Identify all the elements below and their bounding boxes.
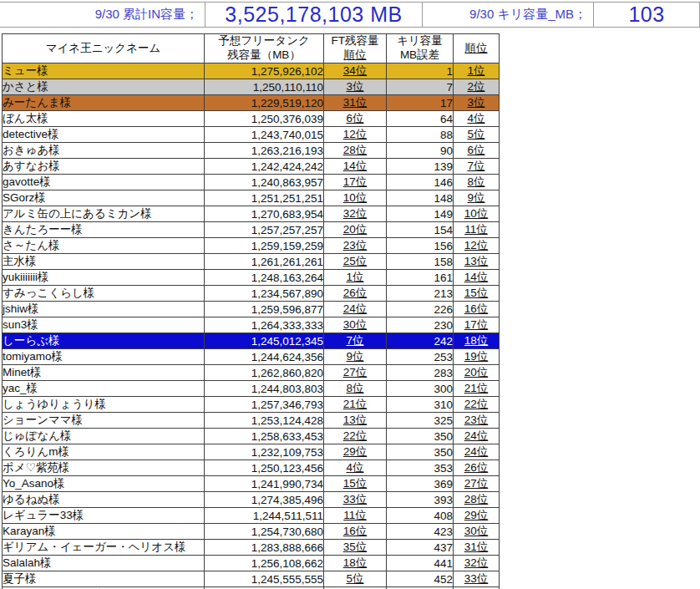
ft-rank-cell[interactable]: 26位 <box>324 286 387 302</box>
ft-rank-cell[interactable]: 28位 <box>324 143 387 159</box>
capacity-cell: 1,243,740,015 <box>205 127 324 143</box>
rank-cell[interactable]: 9位 <box>454 190 500 206</box>
header-ft-rank-line1: FT残容量 <box>332 34 379 47</box>
rank-cell[interactable]: 4位 <box>454 111 500 127</box>
rank-cell[interactable]: 23位 <box>454 413 500 429</box>
error-cell: 325 <box>387 413 454 429</box>
ft-rank-cell[interactable]: 10位 <box>324 190 387 206</box>
rank-cell[interactable]: 27位 <box>454 476 500 492</box>
ft-rank-cell[interactable]: 21位 <box>324 397 387 413</box>
rank-cell[interactable]: 18位 <box>454 333 500 349</box>
rank-cell[interactable]: 10位 <box>454 206 500 222</box>
rank-cell[interactable]: 16位 <box>454 302 500 317</box>
ft-rank-cell[interactable]: 14位 <box>324 159 387 175</box>
rank-cell[interactable]: 28位 <box>454 492 500 508</box>
error-cell: 350 <box>387 444 454 460</box>
table-row: アルミ缶の上にあるミカン様1,270,683,95432位14910位 <box>3 206 500 222</box>
ft-rank-cell[interactable]: 20位 <box>324 222 387 238</box>
rank-cell[interactable]: 24位 <box>454 444 500 460</box>
rank-cell[interactable]: 32位 <box>454 556 500 571</box>
rank-cell[interactable]: 19位 <box>454 349 500 365</box>
summary-bar: 9/30 累計IN容量； 3,525,178,103 MB 9/30 キリ容量_… <box>0 2 700 28</box>
ft-rank-cell[interactable]: 27位 <box>324 365 387 381</box>
ft-rank-cell[interactable]: 12位 <box>324 127 387 143</box>
error-cell: 408 <box>387 508 454 524</box>
ft-rank-cell[interactable]: 16位 <box>324 524 387 540</box>
rank-cell[interactable]: 17位 <box>454 317 500 333</box>
ft-rank-cell[interactable]: 13位 <box>324 413 387 429</box>
rank-cell[interactable]: 13位 <box>454 254 500 270</box>
rank-cell[interactable]: 33位 <box>454 571 500 587</box>
ft-rank-cell[interactable]: 35位 <box>324 540 387 556</box>
ft-rank-cell[interactable]: 25位 <box>324 254 387 270</box>
table-row: しーらぶ様1,245,012,3457位24218位 <box>3 333 500 349</box>
table-row: detective様1,243,740,01512位885位 <box>3 127 500 143</box>
rank-cell[interactable]: 15位 <box>454 286 500 302</box>
ft-rank-cell[interactable]: 33位 <box>324 492 387 508</box>
nickname-cell: しーらぶ様 <box>3 333 205 349</box>
ft-rank-cell[interactable]: 30位 <box>324 317 387 333</box>
table-row: ギリアム・イェーガー・ヘリオス様1,283,888,66635位43731位 <box>3 540 500 556</box>
table-row: Minet様1,262,860,82027位28320位 <box>3 365 500 381</box>
rank-cell[interactable]: 20位 <box>454 365 500 381</box>
rank-cell[interactable]: 7位 <box>454 159 500 175</box>
ft-rank-cell[interactable]: 5位 <box>324 571 387 587</box>
capacity-cell: 1,261,261,261 <box>205 254 324 270</box>
rank-cell[interactable]: 12位 <box>454 238 500 254</box>
rank-cell[interactable]: 29位 <box>454 508 500 524</box>
nickname-cell: Yo_Asano様 <box>3 476 205 492</box>
rank-cell[interactable]: 6位 <box>454 143 500 159</box>
nickname-cell: あすなお様 <box>3 159 205 175</box>
capacity-cell: 1,270,683,954 <box>205 206 324 222</box>
rank-cell[interactable]: 26位 <box>454 460 500 476</box>
table-row: 主水様1,261,261,26125位15813位 <box>3 254 500 270</box>
rank-cell[interactable]: 5位 <box>454 127 500 143</box>
kiri-capacity-label: 9/30 キリ容量_MB； <box>422 3 593 27</box>
table-row: tomiyamo様1,244,624,3569位25319位 <box>3 349 500 365</box>
ft-rank-cell[interactable]: 17位 <box>324 175 387 190</box>
ft-rank-cell[interactable]: 34位 <box>324 63 387 79</box>
rank-cell[interactable]: 31位 <box>454 540 500 556</box>
rank-cell[interactable]: 8位 <box>454 175 500 190</box>
ft-rank-cell[interactable]: 11位 <box>324 508 387 524</box>
ft-rank-cell[interactable]: 6位 <box>324 111 387 127</box>
rank-cell[interactable]: 1位 <box>454 63 500 79</box>
nickname-cell: jshiw様 <box>3 302 205 317</box>
ft-rank-cell[interactable]: 8位 <box>324 381 387 397</box>
ft-rank-cell[interactable]: 18位 <box>324 556 387 571</box>
ft-rank-cell[interactable]: 15位 <box>324 476 387 492</box>
nickname-cell: ギリアム・イェーガー・ヘリオス様 <box>3 540 205 556</box>
rank-cell[interactable]: 22位 <box>454 397 500 413</box>
ranking-table-body: ミュー様1,275,926,10234位11位かさと様1,250,110,110… <box>3 63 500 589</box>
capacity-cell: 1,258,633,453 <box>205 429 324 444</box>
capacity-cell: 1,283,888,666 <box>205 540 324 556</box>
capacity-cell: 1,250,110,110 <box>205 79 324 95</box>
table-row: Salalah様1,256,108,66218位44132位 <box>3 556 500 571</box>
ft-rank-cell[interactable]: 24位 <box>324 302 387 317</box>
ft-rank-cell[interactable]: 23位 <box>324 238 387 254</box>
header-capacity-line1: 予想フリータンク <box>218 34 310 47</box>
nickname-cell: yac_様 <box>3 381 205 397</box>
rank-cell[interactable]: 24位 <box>454 429 500 444</box>
table-row: じゅぽなん様1,258,633,45322位35024位 <box>3 429 500 444</box>
ft-rank-cell[interactable]: 22位 <box>324 429 387 444</box>
ft-rank-cell[interactable]: 32位 <box>324 206 387 222</box>
error-cell: 146 <box>387 175 454 190</box>
ft-rank-cell[interactable]: 3位 <box>324 79 387 95</box>
error-cell: 369 <box>387 476 454 492</box>
ft-rank-cell[interactable]: 9位 <box>324 349 387 365</box>
ft-rank-cell[interactable]: 29位 <box>324 444 387 460</box>
ft-rank-cell[interactable]: 31位 <box>324 95 387 111</box>
rank-cell[interactable]: 11位 <box>454 222 500 238</box>
ft-rank-cell[interactable]: 1位 <box>324 270 387 286</box>
ft-rank-cell[interactable]: 7位 <box>324 333 387 349</box>
rank-cell[interactable]: 21位 <box>454 381 500 397</box>
rank-cell[interactable]: 14位 <box>454 270 500 286</box>
rank-cell[interactable]: 3位 <box>454 95 500 111</box>
table-header-row: マイネ王ニックネーム 予想フリータンク 残容量（MB） FT残容量 順位 キリ容… <box>3 34 500 63</box>
ft-rank-cell[interactable]: 4位 <box>324 460 387 476</box>
rank-cell[interactable]: 2位 <box>454 79 500 95</box>
capacity-cell: 1,263,216,193 <box>205 143 324 159</box>
rank-cell[interactable]: 30位 <box>454 524 500 540</box>
kiri-capacity-value: 103 <box>593 3 700 27</box>
